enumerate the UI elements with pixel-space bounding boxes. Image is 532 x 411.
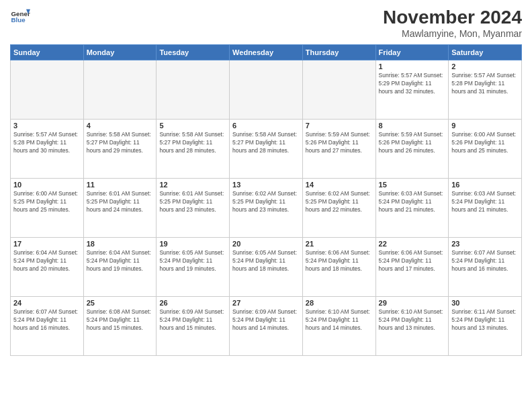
table-row: 15Sunrise: 6:03 AM Sunset: 5:24 PM Dayli… <box>375 179 449 238</box>
day-number: 4 <box>87 122 154 130</box>
table-row: 30Sunrise: 6:11 AM Sunset: 5:24 PM Dayli… <box>449 297 522 356</box>
day-number: 20 <box>232 240 300 248</box>
table-row: 26Sunrise: 6:09 AM Sunset: 5:24 PM Dayli… <box>157 297 230 356</box>
day-number: 10 <box>13 181 81 189</box>
location: Mawlamyine, Mon, Myanmar <box>383 28 522 39</box>
table-row: 22Sunrise: 6:06 AM Sunset: 5:24 PM Dayli… <box>375 238 449 297</box>
day-info: Sunrise: 6:04 AM Sunset: 5:24 PM Dayligh… <box>87 249 154 273</box>
calendar-header-row: Sunday Monday Tuesday Wednesday Thursday… <box>11 45 522 60</box>
col-wednesday: Wednesday <box>230 45 303 60</box>
day-info: Sunrise: 6:07 AM Sunset: 5:24 PM Dayligh… <box>451 249 519 273</box>
calendar-week-3: 17Sunrise: 6:04 AM Sunset: 5:24 PM Dayli… <box>11 238 522 297</box>
table-row: 2Sunrise: 5:57 AM Sunset: 5:28 PM Daylig… <box>449 60 522 120</box>
day-number: 22 <box>379 240 446 248</box>
day-number: 15 <box>379 181 446 189</box>
table-row: 12Sunrise: 6:01 AM Sunset: 5:25 PM Dayli… <box>157 179 230 238</box>
day-number: 7 <box>306 122 373 130</box>
table-row: 27Sunrise: 6:09 AM Sunset: 5:24 PM Dayli… <box>230 297 303 356</box>
table-row: 5Sunrise: 5:58 AM Sunset: 5:27 PM Daylig… <box>157 120 230 179</box>
day-info: Sunrise: 5:57 AM Sunset: 5:28 PM Dayligh… <box>13 131 81 155</box>
table-row <box>83 60 157 120</box>
day-number: 18 <box>87 240 154 248</box>
table-row: 28Sunrise: 6:10 AM Sunset: 5:24 PM Dayli… <box>302 297 375 356</box>
table-row: 1Sunrise: 5:57 AM Sunset: 5:29 PM Daylig… <box>375 60 449 120</box>
day-info: Sunrise: 6:10 AM Sunset: 5:24 PM Dayligh… <box>306 308 373 332</box>
table-row: 21Sunrise: 6:06 AM Sunset: 5:24 PM Dayli… <box>302 238 375 297</box>
day-number: 28 <box>306 299 373 307</box>
day-number: 3 <box>13 122 81 130</box>
table-row: 11Sunrise: 6:01 AM Sunset: 5:25 PM Dayli… <box>83 179 157 238</box>
svg-text:Blue: Blue <box>11 16 26 24</box>
col-saturday: Saturday <box>449 45 522 60</box>
table-row: 25Sunrise: 6:08 AM Sunset: 5:24 PM Dayli… <box>83 297 157 356</box>
day-info: Sunrise: 6:11 AM Sunset: 5:24 PM Dayligh… <box>451 308 519 332</box>
day-info: Sunrise: 6:00 AM Sunset: 5:26 PM Dayligh… <box>451 131 519 155</box>
table-row: 23Sunrise: 6:07 AM Sunset: 5:24 PM Dayli… <box>449 238 522 297</box>
day-info: Sunrise: 6:03 AM Sunset: 5:24 PM Dayligh… <box>379 190 446 214</box>
col-sunday: Sunday <box>11 45 84 60</box>
calendar-week-2: 10Sunrise: 6:00 AM Sunset: 5:25 PM Dayli… <box>11 179 522 238</box>
table-row: 19Sunrise: 6:05 AM Sunset: 5:24 PM Dayli… <box>157 238 230 297</box>
day-number: 9 <box>451 122 519 130</box>
day-number: 26 <box>159 299 226 307</box>
month-title: November 2024 <box>383 7 522 28</box>
day-info: Sunrise: 6:09 AM Sunset: 5:24 PM Dayligh… <box>159 308 226 332</box>
day-info: Sunrise: 5:59 AM Sunset: 5:26 PM Dayligh… <box>306 131 373 155</box>
title-area: November 2024 Mawlamyine, Mon, Myanmar <box>383 7 522 39</box>
table-row: 18Sunrise: 6:04 AM Sunset: 5:24 PM Dayli… <box>83 238 157 297</box>
day-info: Sunrise: 6:08 AM Sunset: 5:24 PM Dayligh… <box>87 308 154 332</box>
table-row: 8Sunrise: 5:59 AM Sunset: 5:26 PM Daylig… <box>375 120 449 179</box>
table-row: 4Sunrise: 5:58 AM Sunset: 5:27 PM Daylig… <box>83 120 157 179</box>
day-number: 8 <box>379 122 446 130</box>
day-info: Sunrise: 6:06 AM Sunset: 5:24 PM Dayligh… <box>379 249 446 273</box>
day-number: 19 <box>159 240 226 248</box>
day-info: Sunrise: 5:58 AM Sunset: 5:27 PM Dayligh… <box>232 131 300 155</box>
day-number: 30 <box>451 299 519 307</box>
day-info: Sunrise: 6:02 AM Sunset: 5:25 PM Dayligh… <box>306 190 373 214</box>
table-row: 13Sunrise: 6:02 AM Sunset: 5:25 PM Dayli… <box>230 179 303 238</box>
logo-icon: General Blue <box>10 7 30 27</box>
table-row <box>11 60 84 120</box>
day-number: 27 <box>232 299 300 307</box>
table-row: 9Sunrise: 6:00 AM Sunset: 5:26 PM Daylig… <box>449 120 522 179</box>
logo: General Blue <box>10 7 30 27</box>
table-row <box>157 60 230 120</box>
day-info: Sunrise: 5:57 AM Sunset: 5:29 PM Dayligh… <box>379 72 446 96</box>
col-monday: Monday <box>83 45 157 60</box>
day-info: Sunrise: 6:01 AM Sunset: 5:25 PM Dayligh… <box>87 190 154 214</box>
col-thursday: Thursday <box>302 45 375 60</box>
day-info: Sunrise: 6:04 AM Sunset: 5:24 PM Dayligh… <box>13 249 81 273</box>
calendar-week-1: 3Sunrise: 5:57 AM Sunset: 5:28 PM Daylig… <box>11 120 522 179</box>
day-number: 16 <box>451 181 519 189</box>
day-number: 17 <box>13 240 81 248</box>
day-number: 14 <box>306 181 373 189</box>
day-number: 25 <box>87 299 154 307</box>
table-row: 6Sunrise: 5:58 AM Sunset: 5:27 PM Daylig… <box>230 120 303 179</box>
day-info: Sunrise: 6:10 AM Sunset: 5:24 PM Dayligh… <box>379 308 446 332</box>
day-number: 1 <box>379 62 446 71</box>
table-row: 16Sunrise: 6:03 AM Sunset: 5:24 PM Dayli… <box>449 179 522 238</box>
day-info: Sunrise: 6:05 AM Sunset: 5:24 PM Dayligh… <box>232 249 300 273</box>
day-number: 13 <box>232 181 300 189</box>
day-info: Sunrise: 5:58 AM Sunset: 5:27 PM Dayligh… <box>159 131 226 155</box>
day-info: Sunrise: 6:00 AM Sunset: 5:25 PM Dayligh… <box>13 190 81 214</box>
day-info: Sunrise: 6:07 AM Sunset: 5:24 PM Dayligh… <box>13 308 81 332</box>
header: General Blue November 2024 Mawlamyine, M… <box>10 7 522 39</box>
day-info: Sunrise: 6:02 AM Sunset: 5:25 PM Dayligh… <box>232 190 300 214</box>
table-row <box>302 60 375 120</box>
day-number: 21 <box>306 240 373 248</box>
page: General Blue November 2024 Mawlamyine, M… <box>0 0 532 411</box>
table-row <box>230 60 303 120</box>
day-number: 2 <box>451 62 519 71</box>
col-friday: Friday <box>375 45 449 60</box>
table-row: 14Sunrise: 6:02 AM Sunset: 5:25 PM Dayli… <box>302 179 375 238</box>
table-row: 20Sunrise: 6:05 AM Sunset: 5:24 PM Dayli… <box>230 238 303 297</box>
day-info: Sunrise: 5:59 AM Sunset: 5:26 PM Dayligh… <box>379 131 446 155</box>
table-row: 24Sunrise: 6:07 AM Sunset: 5:24 PM Dayli… <box>11 297 84 356</box>
table-row: 10Sunrise: 6:00 AM Sunset: 5:25 PM Dayli… <box>11 179 84 238</box>
day-number: 23 <box>451 240 519 248</box>
day-number: 5 <box>159 122 226 130</box>
table-row: 17Sunrise: 6:04 AM Sunset: 5:24 PM Dayli… <box>11 238 84 297</box>
day-number: 29 <box>379 299 446 307</box>
calendar-week-4: 24Sunrise: 6:07 AM Sunset: 5:24 PM Dayli… <box>11 297 522 356</box>
